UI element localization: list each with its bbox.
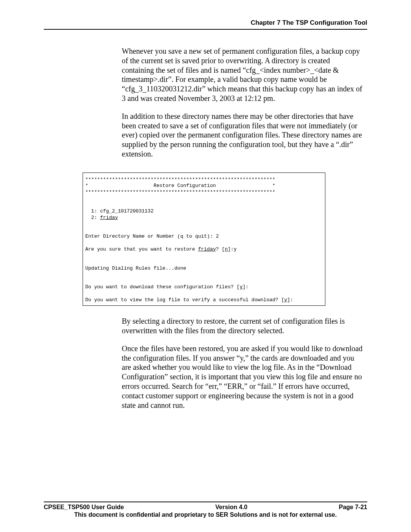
terminal-blank: [83, 202, 325, 208]
terminal-blank: [83, 252, 325, 259]
terminal-blank: [83, 278, 325, 284]
footer-rule: [44, 502, 367, 502]
terminal-blank: [83, 221, 325, 227]
terminal-line: ****************************************…: [83, 189, 325, 196]
terminal-title: * Restore Configuration *: [83, 183, 325, 189]
page-header: Chapter 7 The TSP Configuration Tool: [44, 19, 367, 30]
terminal-confirm: Are you sure that you want to restore fr…: [83, 246, 325, 253]
terminal-line: ****************************************…: [83, 177, 325, 183]
terminal-item-2-prefix: 2:: [85, 215, 100, 220]
terminal-blank: [83, 272, 325, 278]
footer-right: Page 7-21: [339, 504, 367, 511]
terminal-blank: [83, 291, 325, 297]
terminal-item-1: 1: cfg_2_101720031132: [83, 208, 325, 215]
paragraph-1: Whenever you save a new set of permanent…: [122, 46, 363, 103]
paragraph-2: In addition to these directory names the…: [122, 112, 363, 159]
terminal-item-2: 2: friday: [83, 215, 325, 221]
chapter-title: Chapter 7 The TSP Configuration Tool: [251, 19, 367, 26]
terminal-item-2-name: friday: [100, 215, 118, 220]
terminal-view-q: Do you want to view the log file to veri…: [83, 297, 325, 304]
terminal-blank: [83, 259, 325, 265]
terminal-prompt-dir: Enter Directory Name or Number (q to qui…: [83, 233, 325, 240]
footer-row: CPSEE_TSP500 User Guide Version 4.0 Page…: [44, 504, 367, 511]
document-page: Chapter 7 The TSP Configuration Tool Whe…: [0, 0, 411, 532]
footer-left: CPSEE_TSP500 User Guide: [44, 504, 124, 511]
terminal-download-q: Do you want to download these configurat…: [83, 284, 325, 291]
paragraph-3: By selecting a directory to restore, the…: [122, 316, 363, 335]
page-footer: CPSEE_TSP500 User Guide Version 4.0 Page…: [44, 502, 367, 518]
terminal-updating: Updating Dialing Rules file...done: [83, 265, 325, 272]
terminal-blank: [83, 196, 325, 202]
terminal-blank: [83, 240, 325, 246]
terminal-blank: [83, 227, 325, 234]
body-text-block-1: Whenever you save a new set of permanent…: [122, 46, 363, 159]
body-text-block-2: By selecting a directory to restore, the…: [122, 316, 363, 410]
footer-note: This document is confidential and propri…: [44, 511, 367, 518]
footer-center: Version 4.0: [215, 504, 248, 511]
terminal-output: ****************************************…: [83, 173, 325, 306]
paragraph-4: Once the files have been restored, you a…: [122, 344, 363, 410]
